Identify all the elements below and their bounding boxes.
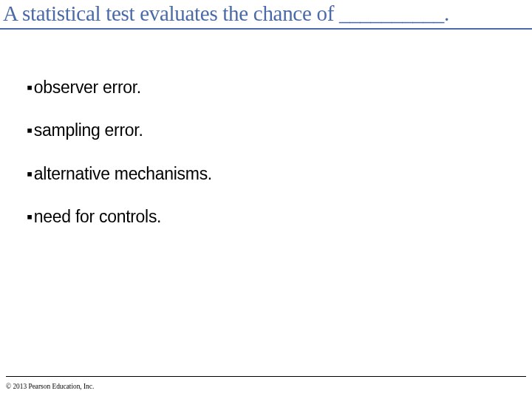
option-text: need for controls.	[34, 208, 161, 226]
slide-title: A statistical test evaluates the chance …	[0, 1, 532, 26]
footer-divider	[6, 376, 526, 377]
option-item: ▪ observer error.	[27, 78, 212, 97]
option-item: ▪ sampling error.	[27, 121, 212, 140]
square-bullet-icon: ▪	[27, 122, 33, 139]
options-list: ▪ observer error. ▪ sampling error. ▪ al…	[27, 78, 212, 250]
option-text: observer error.	[34, 78, 141, 97]
option-item: ▪ alternative mechanisms.	[27, 165, 212, 183]
copyright-text: © 2013 Pearson Education, Inc.	[6, 381, 94, 390]
option-text: sampling error.	[34, 121, 143, 140]
title-underline	[0, 28, 532, 30]
option-text: alternative mechanisms.	[34, 165, 212, 183]
square-bullet-icon: ▪	[27, 166, 33, 183]
square-bullet-icon: ▪	[27, 208, 33, 225]
option-item: ▪ need for controls.	[27, 208, 212, 226]
slide-container: A statistical test evaluates the chance …	[0, 0, 532, 399]
square-bullet-icon: ▪	[27, 79, 33, 96]
